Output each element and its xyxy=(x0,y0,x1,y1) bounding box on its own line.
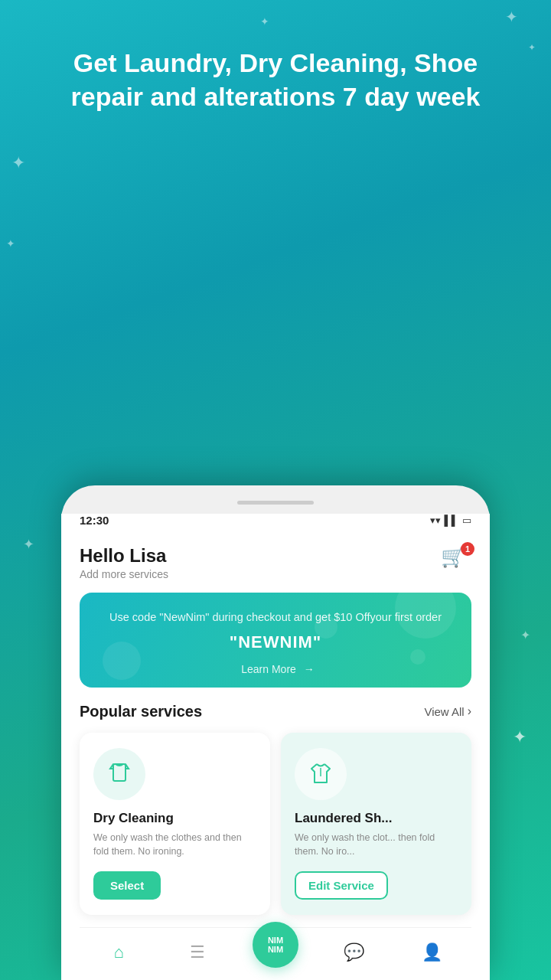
nav-center[interactable]: NIMNIM xyxy=(236,937,315,968)
wifi-icon: ▾▾ xyxy=(430,514,441,526)
section-header: Popular services View All › xyxy=(80,703,471,720)
laundered-shirt-icon-circle xyxy=(295,748,347,800)
laundered-shirt-desc: We only wash the clot... then fold them.… xyxy=(295,831,458,860)
app-header: Hello Lisa Add more services 🛒 1 xyxy=(80,545,471,580)
greeting-name: Hello Lisa xyxy=(80,545,168,567)
laundered-shirt-icon xyxy=(308,761,334,787)
view-all-button[interactable]: View All › xyxy=(424,704,471,718)
hero-title: Get Laundry, Dry Cleaning, Shoe repair a… xyxy=(0,0,551,136)
section-title: Popular services xyxy=(80,703,202,720)
battery-icon: ▭ xyxy=(462,514,471,526)
status-time: 12:30 xyxy=(80,514,109,527)
home-icon: ⌂ xyxy=(114,942,124,962)
promo-code: "NEWNIM" xyxy=(98,632,453,652)
greeting-block: Hello Lisa Add more services xyxy=(80,545,168,580)
nav-menu[interactable]: ☰ xyxy=(158,942,236,962)
nav-chat[interactable]: 💬 xyxy=(315,942,393,962)
select-button[interactable]: Select xyxy=(93,871,161,900)
services-row: Dry Cleaning We only wash the clothes an… xyxy=(80,733,471,916)
status-bar: 12:30 ▾▾ ▌▌ ▭ xyxy=(61,514,490,533)
promo-text: Use code "NewNim" during checkout and ge… xyxy=(98,609,453,626)
app-content: Hello Lisa Add more services 🛒 1 Use cod… xyxy=(61,533,490,980)
nim-label: NIMNIM xyxy=(268,936,283,954)
view-all-chevron-icon: › xyxy=(468,704,471,718)
star-deco-4: ✦ xyxy=(11,153,25,173)
edit-service-button[interactable]: Edit Service xyxy=(295,871,388,900)
bottom-nav: ⌂ ☰ NIMNIM 💬 👤 xyxy=(80,927,471,980)
star-deco-7: ✦ xyxy=(520,628,530,642)
laundered-shirt-name: Laundered Sh... xyxy=(295,811,458,826)
greeting-subtitle: Add more services xyxy=(80,568,168,580)
dry-cleaning-icon-circle xyxy=(93,748,145,800)
phone-notch xyxy=(237,501,314,505)
star-deco-5: ✦ xyxy=(6,237,15,250)
phone-mockup: 12:30 ▾▾ ▌▌ ▭ Hello Lisa Add more servic… xyxy=(61,485,490,980)
svg-rect-0 xyxy=(113,764,126,781)
chat-icon: 💬 xyxy=(344,942,364,962)
service-card-laundered-shirt: Laundered Sh... We only wash the clot...… xyxy=(281,733,471,916)
status-icons: ▾▾ ▌▌ ▭ xyxy=(430,514,471,526)
nim-center-button[interactable]: NIMNIM xyxy=(253,922,298,968)
cart-button[interactable]: 🛒 1 xyxy=(441,545,471,576)
nav-profile[interactable]: 👤 xyxy=(393,942,471,962)
dry-cleaning-desc: We only wash the clothes and then fold t… xyxy=(93,831,256,860)
learn-more-link[interactable]: Learn More → xyxy=(98,663,453,675)
service-card-dry-cleaning: Dry Cleaning We only wash the clothes an… xyxy=(80,733,270,916)
nav-home[interactable]: ⌂ xyxy=(80,942,158,962)
promo-banner: Use code "NewNim" during checkout and ge… xyxy=(80,593,471,688)
star-deco-6: ✦ xyxy=(23,536,34,553)
signal-icon: ▌▌ xyxy=(445,514,458,526)
dry-cleaning-name: Dry Cleaning xyxy=(93,811,256,826)
star-deco-8: ✦ xyxy=(513,727,527,747)
menu-icon: ☰ xyxy=(190,942,205,962)
profile-icon: 👤 xyxy=(422,942,442,962)
cart-badge: 1 xyxy=(461,542,474,556)
dry-cleaning-icon xyxy=(106,761,132,787)
